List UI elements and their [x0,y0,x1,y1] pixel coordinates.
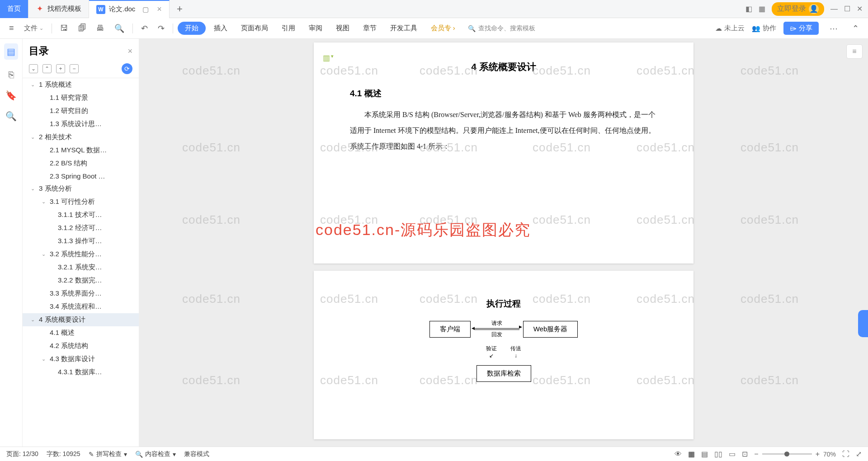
zoom-in-icon[interactable]: + [816,450,820,458]
outline-item[interactable]: ⌄3.2 系统性能分… [23,248,139,261]
zoom-value[interactable]: 70% [823,451,836,458]
outline-item[interactable]: 3.4 系统流程和… [23,300,139,313]
preview-icon[interactable]: 🔍 [111,22,128,35]
outline-item[interactable]: 3.1.1 技术可… [23,208,139,221]
file-menu[interactable]: 文件 ⌄ [20,22,47,34]
outline-item[interactable]: 2.3 Spring Boot … [23,170,139,182]
collapse-ribbon-icon[interactable]: ⌃ [849,22,863,35]
minimize-icon[interactable]: — [830,5,838,13]
watermark-grey: code51.cn [741,373,799,387]
collab-button[interactable]: 👥协作 [752,24,776,33]
outline-item[interactable]: 4.2 系统结构 [23,339,139,353]
status-words[interactable]: 字数: 10925 [47,450,80,458]
outline-item[interactable]: 1.2 研究目的 [23,104,139,118]
ribbon-start[interactable]: 开始 [178,22,206,35]
spell-check-button[interactable]: ✎ 拼写检查 ▾ [89,450,127,458]
expand-all-icon[interactable]: ⌃ [42,64,52,73]
page: 执行过程 客户端 请求 回发 Web服务器 验证↙ 传送↓ 数据库检索 [314,271,693,439]
outline-item[interactable]: 4.3.1 数据库… [23,366,139,379]
outline-item[interactable]: 2.1 MYSQL 数据… [23,144,139,157]
outline-item[interactable]: 3.1.3 操作可… [23,235,139,248]
tab-home[interactable]: 首页 [0,0,28,18]
outline-item[interactable]: 2.2 B/S 结构 [23,157,139,170]
fullscreen-icon[interactable]: ⤢ [856,450,862,458]
redo-icon[interactable]: ↷ [154,22,168,35]
undo-icon[interactable]: ↶ [137,22,151,35]
login-button[interactable]: 立即登录 👤 [772,2,824,16]
tab-document[interactable]: W 论文.doc ▢ × [89,0,170,18]
tab-add[interactable]: + [170,0,190,18]
layout1-icon[interactable]: ◧ [745,5,752,13]
view-page-icon[interactable]: ▦ [688,450,695,458]
diagram-box-client: 客户端 [429,321,471,338]
maximize-icon[interactable]: ☐ [844,5,850,13]
more-icon[interactable]: ⋯ [826,22,841,35]
outline-item[interactable]: ⌄1 系统概述 [23,78,139,91]
page-indicator-icon[interactable]: ▥ ▾ [323,53,334,63]
share-button[interactable]: ⌲分享 [783,22,819,35]
ruler-icon[interactable]: ⊡ [742,450,748,458]
content-check-button[interactable]: 🔍 内容检查 ▾ [135,450,176,458]
ribbon-review[interactable]: 审阅 [303,21,328,35]
bookmark-icon[interactable]: 🔖 [5,90,17,101]
layout-grid-icon[interactable]: ▦ [759,5,765,13]
ribbon-devtools[interactable]: 开发工具 [385,21,423,35]
outline-icon[interactable]: ▤ [4,43,18,60]
panel-toggle-button[interactable]: ≡ [846,44,863,59]
tab-close-icon[interactable]: × [157,5,162,14]
saveas-icon[interactable]: 🗐 [75,22,90,35]
remove-heading-icon[interactable]: − [70,64,79,73]
search-icon: 🔍 [468,25,476,32]
ribbon-ref[interactable]: 引用 [276,21,301,35]
zoom-out-icon[interactable]: − [754,450,758,458]
ribbon-insert[interactable]: 插入 [208,21,233,35]
fit-icon[interactable]: ⛶ [842,450,849,458]
eye-icon[interactable]: 👁 [675,450,682,458]
window-mode-icon[interactable]: ▢ [142,5,149,14]
status-page[interactable]: 页面: 12/30 [6,450,38,458]
sidebar-tools: ⌄ ⌃ + − ⟳ [23,61,139,78]
outline-item[interactable]: 1.3 系统设计思… [23,118,139,131]
collapse-all-icon[interactable]: ⌄ [29,64,38,73]
menu-icon[interactable]: ≡ [5,22,18,35]
ribbon-layout[interactable]: 页面布局 [236,21,274,35]
compat-mode[interactable]: 兼容模式 [184,450,209,458]
print-icon[interactable]: 🖶 [93,22,108,35]
add-heading-icon[interactable]: + [56,64,65,73]
outline-item[interactable]: 3.1.2 经济可… [23,221,139,235]
outline-item[interactable]: ⌄2 相关技术 [23,131,139,144]
view-web-icon[interactable]: ▭ [729,450,736,458]
view-outline-icon[interactable]: ▤ [701,450,708,458]
outline-item[interactable]: 3.2.2 数据完… [23,274,139,287]
outline-item[interactable]: 1.1 研究背景 [23,91,139,104]
outline-item[interactable]: ⌄3.1 可行性分析 [23,195,139,208]
tab-doc-label: 论文.doc [109,5,135,14]
cloud-status-button[interactable]: ☁未上云 [715,24,745,33]
ribbon-chapter[interactable]: 章节 [358,21,382,35]
ribbon-member[interactable]: 会员专 › [425,21,461,35]
ribbon-view[interactable]: 视图 [330,21,355,35]
close-window-icon[interactable]: ✕ [857,5,863,13]
outline-item[interactable]: 4.1 概述 [23,326,139,339]
sync-icon[interactable]: ⟳ [122,63,132,74]
find-icon[interactable]: 🔍 [5,111,17,122]
outline-item[interactable]: 3.2.1 系统安… [23,261,139,274]
cloud-icon: ☁ [715,24,722,33]
view-read-icon[interactable]: ▯▯ [714,450,722,458]
diagram-label: 验证 [486,345,497,353]
outline-item[interactable]: ⌄4 系统概要设计 [23,313,139,326]
outline-item[interactable]: ⌄4.3 数据库设计 [23,353,139,366]
diagram: 客户端 请求 回发 Web服务器 验证↙ 传送↓ 数据库检索 [350,320,657,382]
pin-icon[interactable]: ⎘ [9,70,14,80]
zoom-slider[interactable] [762,453,812,455]
document-canvas[interactable]: ≡ ▥ ▾ 4 系统概要设计 4.1 概述 本系统采用 B/S 结构 (Brow… [139,39,868,447]
sidebar-close-icon[interactable]: × [127,47,132,56]
zoom-control[interactable]: − + 70% [754,450,836,458]
outline-item[interactable]: 3.3 系统界面分… [23,287,139,300]
outline-item[interactable]: ⌄3 系统分析 [23,182,139,195]
watermark-grey: code51.cn [182,373,241,387]
tab-template[interactable]: ✦ 找稻壳模板 [28,0,89,18]
search-input[interactable]: 🔍 查找命令、搜索模板 [468,24,535,33]
save-icon[interactable]: 🖫 [57,22,72,35]
side-pull-handle[interactable] [858,310,868,337]
